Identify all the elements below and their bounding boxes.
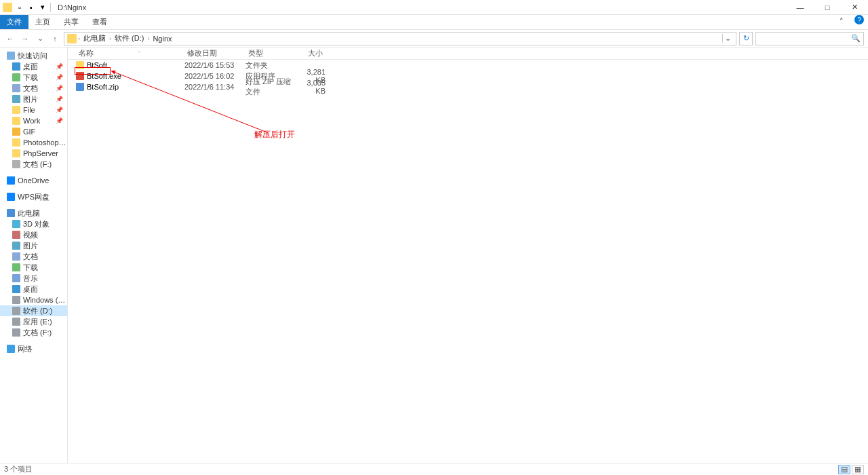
sidebar-item[interactable]: 视频 xyxy=(0,229,67,240)
sidebar-item[interactable]: 图片📌 xyxy=(0,94,67,104)
column-size[interactable]: 大小 xyxy=(296,48,326,58)
recent-locations-button[interactable]: ⌄ xyxy=(34,33,46,45)
address-bar: ← → ⌄ ↑ › 此电脑 › 软件 (D:) › Nginx ⌄ ↻ 🔍 xyxy=(0,30,868,48)
qat-dropdown-icon[interactable]: ▾ xyxy=(38,3,47,12)
chevron-right-icon[interactable]: › xyxy=(109,35,111,42)
sidebar-item[interactable]: 下载 xyxy=(0,262,67,273)
breadcrumb-segment[interactable]: 软件 (D:) xyxy=(113,33,146,43)
tab-home[interactable]: 主页 xyxy=(28,15,57,29)
sidebar-item[interactable]: File📌 xyxy=(0,104,67,115)
sidebar-group[interactable]: 网络 xyxy=(0,343,67,354)
sidebar-item-label: 桌面 xyxy=(23,62,38,72)
column-name[interactable]: 名称ˆ xyxy=(76,48,184,58)
sidebar-item[interactable]: 软件 (D:) xyxy=(0,305,67,316)
sidebar-item[interactable]: 桌面📌 xyxy=(0,61,67,72)
sidebar-item[interactable]: 文档 (F:) xyxy=(0,327,67,338)
breadcrumb-dropdown-icon[interactable]: ⌄ xyxy=(722,34,733,43)
folder-icon xyxy=(12,117,20,125)
file-name-cell: BtSoft xyxy=(76,61,184,69)
breadcrumb-segment[interactable]: 此电脑 xyxy=(81,33,108,43)
sidebar-item-label: 下载 xyxy=(23,263,38,273)
up-button[interactable]: ↑ xyxy=(49,33,61,45)
file-size-cell: 3,005 KB xyxy=(296,79,326,95)
sidebar-item[interactable]: PhpServer xyxy=(0,148,67,159)
sidebar-item-label: 软件 (D:) xyxy=(23,306,52,316)
desktop-icon xyxy=(12,62,20,71)
sidebar-item[interactable]: Photoshop素材 xyxy=(0,137,67,148)
file-row[interactable]: BtSoft 2022/1/6 15:53 文件夹 xyxy=(68,60,868,71)
sidebar-item[interactable]: GIF xyxy=(0,126,67,137)
sidebar-item[interactable]: 文档 xyxy=(0,251,67,262)
icons-view-button[interactable]: ▦ xyxy=(852,465,864,474)
ribbon-collapse-icon[interactable]: ˄ xyxy=(833,15,850,29)
sidebar-item[interactable]: 桌面 xyxy=(0,284,67,294)
sidebar-item[interactable]: 3D 对象 xyxy=(0,218,67,229)
divider xyxy=(50,3,51,12)
sidebar-item-label: 应用 (E:) xyxy=(23,317,52,327)
disk-icon xyxy=(12,160,20,168)
file-name: BtSoft.zip xyxy=(87,83,119,91)
help-icon[interactable]: ? xyxy=(854,15,864,24)
drive-icon xyxy=(12,307,20,315)
window-buttons: — □ ✕ xyxy=(787,0,868,15)
sidebar-item-label: 3D 对象 xyxy=(23,219,50,229)
sidebar-item-label: 音乐 xyxy=(23,273,38,284)
file-rows: BtSoft 2022/1/6 15:53 文件夹 BtSoft.exe 202… xyxy=(68,60,868,92)
sidebar-item[interactable]: Work📌 xyxy=(0,115,67,126)
doc-icon xyxy=(12,252,20,261)
tab-share[interactable]: 共享 xyxy=(57,15,85,29)
file-row[interactable]: BtSoft.zip 2022/1/6 11:34 好压 ZIP 压缩文件 3,… xyxy=(68,81,868,92)
file-name-cell: BtSoft.exe xyxy=(76,72,184,80)
chevron-right-icon[interactable]: › xyxy=(78,35,80,42)
sidebar-item-label: File xyxy=(23,106,35,114)
sidebar-group[interactable]: 此电脑 xyxy=(0,208,67,218)
cloud-icon xyxy=(7,176,15,185)
obj-icon xyxy=(12,220,20,228)
pin-icon: 📌 xyxy=(56,107,63,113)
maximize-button[interactable]: □ xyxy=(814,0,841,15)
column-headers: 名称ˆ 修改日期 类型 大小 xyxy=(68,48,868,60)
sidebar-item-label: PhpServer xyxy=(23,149,58,157)
details-view-button[interactable]: ▤ xyxy=(838,465,850,474)
folder-icon xyxy=(76,61,84,69)
forward-button[interactable]: → xyxy=(19,33,31,45)
sidebar-item[interactable]: 音乐 xyxy=(0,273,67,284)
column-date[interactable]: 修改日期 xyxy=(184,48,245,58)
refresh-button[interactable]: ↻ xyxy=(739,32,753,45)
chevron-right-icon[interactable]: › xyxy=(147,35,149,42)
sidebar-item-label: 下载 xyxy=(23,73,38,83)
sidebar-item[interactable]: 图片 xyxy=(0,240,67,251)
sidebar-item[interactable]: Windows (C:) xyxy=(0,294,67,305)
file-row[interactable]: BtSoft.exe 2022/1/5 16:02 应用程序 3,281 KB xyxy=(68,71,868,81)
sidebar-group[interactable]: WPS网盘 xyxy=(0,191,67,202)
net-icon xyxy=(7,345,15,353)
sidebar-item[interactable]: 下载📌 xyxy=(0,72,67,83)
tab-view[interactable]: 查看 xyxy=(85,15,114,29)
back-button[interactable]: ← xyxy=(4,33,16,45)
tab-file[interactable]: 文件 xyxy=(0,15,28,29)
pc-icon xyxy=(7,209,15,217)
drive-icon xyxy=(12,296,20,304)
desktop-icon xyxy=(12,285,20,293)
sidebar-item[interactable]: 应用 (E:) xyxy=(0,316,67,327)
sidebar-item-label: 文档 (F:) xyxy=(23,159,52,170)
quick-access-toolbar: ▫ ▪ ▾ xyxy=(15,3,47,12)
sidebar-item[interactable]: 文档📌 xyxy=(0,83,67,94)
sidebar-group[interactable]: OneDrive xyxy=(0,175,67,186)
sidebar-item[interactable]: 文档 (F:) xyxy=(0,159,67,170)
qat-properties-icon[interactable]: ▫ xyxy=(15,3,24,12)
sidebar-group[interactable]: 快速访问 xyxy=(0,50,67,61)
file-type-cell: 文件夹 xyxy=(245,60,296,71)
minimize-button[interactable]: — xyxy=(787,0,814,15)
column-type[interactable]: 类型 xyxy=(245,48,296,58)
sort-ascending-icon: ˆ xyxy=(138,50,140,56)
breadcrumb-segment[interactable]: Nginx xyxy=(151,35,174,43)
qat-newfolder-icon[interactable]: ▪ xyxy=(26,3,36,12)
pic-icon xyxy=(12,95,20,103)
sidebar-item-label: 视频 xyxy=(23,230,38,240)
search-input[interactable]: 🔍 xyxy=(755,32,864,45)
close-button[interactable]: ✕ xyxy=(841,0,868,15)
sidebar-item-label: 文档 xyxy=(23,83,38,94)
breadcrumb[interactable]: › 此电脑 › 软件 (D:) › Nginx ⌄ xyxy=(64,32,736,45)
sidebar-item-label: 文档 (F:) xyxy=(23,328,52,338)
